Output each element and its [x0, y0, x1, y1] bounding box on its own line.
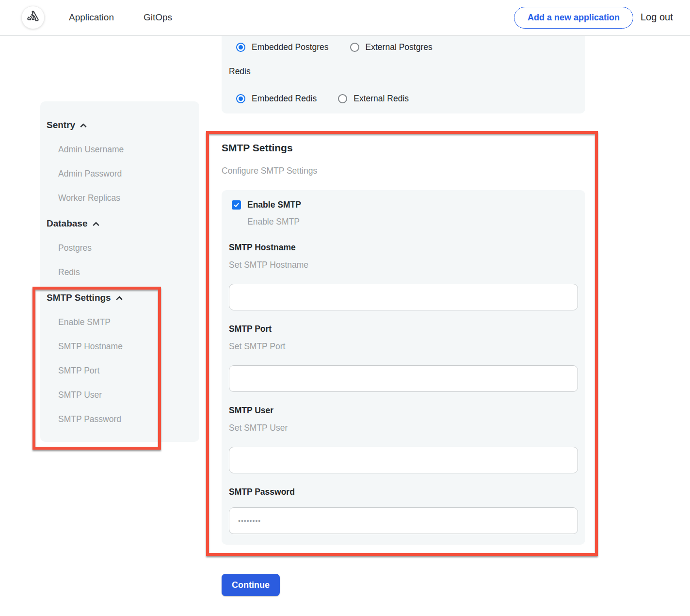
- checkbox-checked-icon[interactable]: [232, 200, 241, 210]
- postgres-radio-group: Embedded Postgres External Postgres: [236, 42, 454, 52]
- sidebar-item-admin-username[interactable]: Admin Username: [58, 145, 199, 155]
- sidebar-item-admin-password[interactable]: Admin Password: [58, 169, 199, 179]
- sidebar-group-label: Sentry: [47, 120, 75, 130]
- chevron-up-icon: [92, 221, 99, 228]
- smtp-user-input[interactable]: [229, 447, 578, 473]
- radio-external-redis[interactable]: External Redis: [338, 94, 409, 104]
- sidebar-group-label: Database: [47, 218, 88, 229]
- sidebar-item-worker-replicas[interactable]: Worker Replicas: [58, 193, 199, 203]
- redis-group-heading: Redis: [229, 66, 251, 77]
- radio-label: External Postgres: [366, 42, 433, 52]
- nav-item-gitops[interactable]: GitOps: [144, 12, 172, 23]
- enable-smtp-checkbox-row[interactable]: Enable SMTP: [232, 200, 578, 210]
- database-config-section: Embedded Postgres External Postgres Redi…: [222, 35, 585, 113]
- smtp-port-label: SMTP Port: [229, 324, 578, 334]
- sidebar-item-smtp-hostname[interactable]: SMTP Hostname: [58, 341, 199, 352]
- sidebar-item-postgres[interactable]: Postgres: [58, 243, 199, 253]
- smtp-hostname-helper: Set SMTP Hostname: [229, 260, 578, 270]
- sidebar-group-database[interactable]: Database: [47, 218, 199, 229]
- chevron-up-icon: [80, 123, 87, 130]
- sentry-logo-icon: [26, 9, 40, 26]
- smtp-port-input[interactable]: [229, 365, 578, 392]
- radio-label: Embedded Postgres: [252, 42, 329, 52]
- radio-selected-icon[interactable]: [236, 94, 245, 103]
- sidebar-item-redis[interactable]: Redis: [58, 267, 199, 277]
- logout-link[interactable]: Log out: [641, 12, 673, 23]
- sidebar-group-smtp-settings[interactable]: SMTP Settings: [47, 292, 199, 303]
- smtp-password-input[interactable]: [229, 507, 578, 534]
- enable-smtp-label: Enable SMTP: [247, 200, 301, 210]
- continue-button[interactable]: Continue: [222, 574, 280, 596]
- radio-unselected-icon[interactable]: [350, 43, 359, 52]
- radio-selected-icon[interactable]: [236, 43, 245, 52]
- smtp-password-label: SMTP Password: [229, 487, 578, 497]
- redis-radio-group: Embedded Redis External Redis: [236, 94, 430, 104]
- smtp-settings-subtitle: Configure SMTP Settings: [222, 166, 317, 176]
- nav-item-application[interactable]: Application: [69, 12, 114, 23]
- smtp-port-helper: Set SMTP Port: [229, 341, 578, 352]
- radio-embedded-redis[interactable]: Embedded Redis: [236, 94, 317, 104]
- sidebar-item-enable-smtp[interactable]: Enable SMTP: [58, 317, 199, 327]
- smtp-settings-title: SMTP Settings: [222, 142, 293, 154]
- smtp-user-label: SMTP User: [229, 405, 578, 416]
- radio-label: Embedded Redis: [252, 94, 317, 104]
- chevron-up-icon: [116, 295, 123, 302]
- radio-label: External Redis: [353, 94, 409, 104]
- sidebar-item-smtp-port[interactable]: SMTP Port: [58, 366, 199, 376]
- sidebar-item-smtp-password[interactable]: SMTP Password: [58, 414, 199, 424]
- app-logo[interactable]: [21, 6, 45, 29]
- page: Application GitOps Add a new application…: [0, 0, 690, 616]
- top-navbar: Application GitOps Add a new application…: [0, 0, 690, 35]
- enable-smtp-helper: Enable SMTP: [247, 217, 578, 227]
- radio-embedded-postgres[interactable]: Embedded Postgres: [236, 42, 329, 52]
- sidebar-group-sentry[interactable]: Sentry: [47, 120, 199, 130]
- sidebar-group-label: SMTP Settings: [47, 292, 111, 303]
- smtp-user-helper: Set SMTP User: [229, 423, 578, 433]
- smtp-settings-card: Enable SMTP Enable SMTP SMTP Hostname Se…: [222, 190, 585, 545]
- smtp-hostname-label: SMTP Hostname: [229, 243, 578, 253]
- sidebar-item-smtp-user[interactable]: SMTP User: [58, 390, 199, 400]
- config-nav-sidebar: Sentry Admin Username Admin Password Wor…: [40, 101, 199, 442]
- smtp-hostname-input[interactable]: [229, 284, 578, 310]
- add-new-application-button[interactable]: Add a new application: [514, 7, 633, 29]
- radio-unselected-icon[interactable]: [338, 94, 347, 103]
- radio-external-postgres[interactable]: External Postgres: [350, 42, 433, 52]
